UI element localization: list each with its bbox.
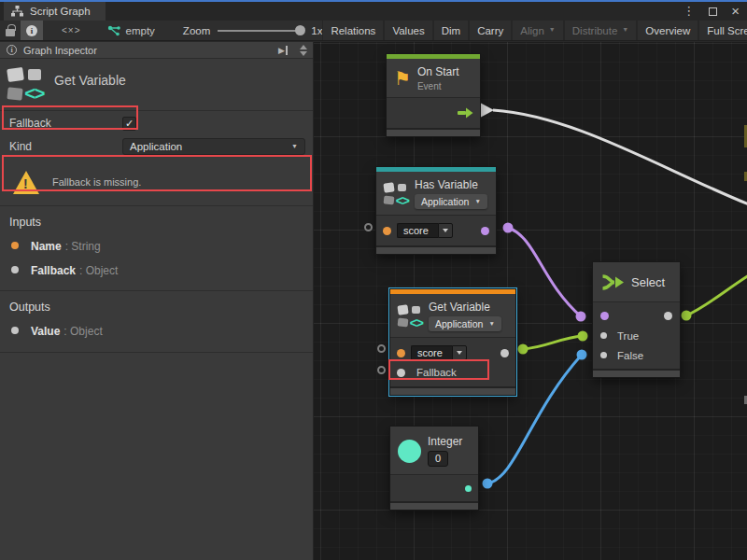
unit-header: <> Get Variable — [0, 59, 313, 110]
variable-name-field[interactable]: score — [411, 345, 467, 360]
close-icon[interactable]: × — [731, 2, 740, 21]
node-has-variable[interactable]: <> Has Variable Application▼ score — [376, 167, 496, 254]
dim-button[interactable]: Dim — [433, 21, 469, 40]
scroll-up-icon[interactable] — [300, 45, 307, 49]
dock-panel-icon[interactable]: ▶ — [278, 46, 288, 55]
trigger-output-port[interactable] — [458, 106, 473, 119]
tab-label: Script Graph — [30, 6, 91, 17]
zoom-slider[interactable] — [218, 30, 303, 32]
carry-button[interactable]: Carry — [469, 21, 512, 40]
fallback-field-label: Fallback — [9, 117, 122, 130]
kind-dropdown[interactable]: Application ▼ — [122, 138, 305, 155]
script-graph-window: Script Graph ⋮ × i <×> empty Zoom 1x Rel… — [0, 0, 747, 560]
code-preview-button[interactable]: <×> — [56, 21, 87, 40]
input-row-fallback: Fallback: Object — [0, 258, 313, 282]
maximize-icon[interactable] — [709, 7, 717, 16]
node-footer — [390, 386, 515, 395]
node-title: Integer — [428, 435, 462, 448]
node-get-variable[interactable]: <> Get Variable Application▼ score — [390, 289, 515, 395]
unconnected-port-indicator[interactable] — [364, 223, 373, 231]
distribute-button: Distribute▼ — [564, 21, 638, 40]
graph-reference[interactable]: empty — [107, 21, 155, 40]
panel-scroll-buttons[interactable] — [300, 45, 309, 56]
port-dot-icon — [11, 266, 19, 273]
condition-input-port[interactable] — [600, 312, 609, 320]
port-dot-icon — [11, 242, 19, 249]
unconnected-port-indicator[interactable] — [377, 366, 386, 374]
inputs-heading: Inputs — [0, 206, 313, 233]
variable-picker-button[interactable] — [452, 345, 467, 360]
relations-button[interactable]: Relations — [322, 21, 384, 40]
value-output-port[interactable] — [465, 485, 472, 492]
chevron-down-icon: ▼ — [488, 320, 494, 327]
lock-icon — [6, 29, 15, 36]
false-input-port[interactable] — [600, 352, 607, 358]
node-integer[interactable]: Integer 0 — [390, 427, 478, 510]
chevron-down-icon — [457, 351, 462, 355]
false-port-label: False — [617, 350, 643, 361]
variable-picker-button[interactable] — [438, 223, 453, 238]
full-screen-button[interactable]: Full Screen — [698, 21, 747, 40]
fallback-checkbox[interactable]: ✓ — [122, 117, 136, 131]
info-icon: i — [7, 45, 17, 55]
select-merge-icon — [601, 273, 625, 291]
graph-inspector-panel: i Graph Inspector ▶ <> Get Variable Fall… — [0, 42, 314, 560]
scope-dropdown[interactable]: Application▼ — [415, 194, 487, 209]
node-select[interactable]: Select True False — [593, 262, 680, 377]
toolbar: i <×> empty Zoom 1x Relations Values Dim… — [0, 21, 747, 41]
inspect-button[interactable]: i — [21, 21, 43, 40]
zoom-slider-handle[interactable] — [295, 25, 305, 35]
node-title: On Start — [417, 65, 459, 78]
unit-title: Get Variable — [54, 73, 126, 101]
node-title: Select — [631, 275, 665, 289]
fallback-input-port[interactable] — [397, 369, 405, 377]
graph-ref-label: empty — [126, 25, 155, 36]
chevron-down-icon: ▼ — [474, 198, 480, 204]
chevron-down-icon — [443, 229, 448, 232]
fallback-port-label: Fallback — [416, 367, 457, 378]
inspector-header: i Graph Inspector ▶ — [0, 42, 313, 59]
graph-canvas[interactable]: ⚑ On Start Event <> Has Variable — [314, 42, 747, 560]
chevron-down-icon: ▼ — [549, 26, 556, 33]
scroll-down-icon[interactable] — [300, 51, 307, 56]
overview-button[interactable]: Overview — [637, 21, 698, 40]
zoom-value: 1x — [311, 25, 322, 36]
info-icon: i — [26, 25, 37, 36]
unconnected-port-indicator[interactable] — [377, 344, 386, 353]
kind-dropdown-value: Application — [130, 141, 182, 152]
integer-value-field[interactable]: 0 — [428, 451, 448, 467]
scope-dropdown[interactable]: Application▼ — [429, 316, 501, 331]
node-footer — [387, 128, 480, 136]
selection-output-port[interactable] — [664, 312, 672, 320]
kind-field-label: Kind — [9, 140, 122, 153]
code-icon: <×> — [62, 25, 81, 35]
values-button[interactable]: Values — [384, 21, 432, 40]
variable-name-field[interactable]: score — [397, 223, 453, 238]
variables-icon: <> — [7, 67, 43, 101]
value-output-port[interactable] — [500, 349, 509, 357]
kind-field-row: Kind Application ▼ — [0, 135, 313, 158]
tab-script-graph[interactable]: Script Graph — [4, 2, 106, 21]
result-output-port[interactable] — [481, 227, 489, 235]
input-row-name: Name: String — [0, 233, 313, 258]
true-input-port[interactable] — [600, 332, 607, 339]
integer-icon — [398, 440, 421, 463]
name-input-port[interactable] — [397, 349, 405, 357]
window-menu-icon[interactable]: ⋮ — [683, 2, 695, 21]
node-on-start[interactable]: ⚑ On Start Event — [387, 54, 480, 136]
graph-ref-icon — [107, 25, 120, 36]
node-title: Has Variable — [415, 178, 478, 191]
script-graph-icon — [11, 6, 23, 17]
chevron-down-icon: ▼ — [622, 26, 628, 33]
lock-button[interactable] — [0, 21, 21, 40]
flag-icon: ⚑ — [394, 69, 411, 88]
true-port-label: True — [617, 330, 639, 342]
warning-text: Fallback is missing. — [52, 176, 141, 188]
warning-strip: Fallback is missing. — [0, 164, 313, 200]
align-button: Align▼ — [512, 21, 564, 40]
variables-icon: <> — [398, 304, 422, 328]
node-footer — [593, 369, 680, 377]
titlebar: Script Graph ⋮ × — [0, 0, 747, 21]
node-footer — [376, 245, 496, 254]
name-input-port[interactable] — [383, 227, 391, 235]
